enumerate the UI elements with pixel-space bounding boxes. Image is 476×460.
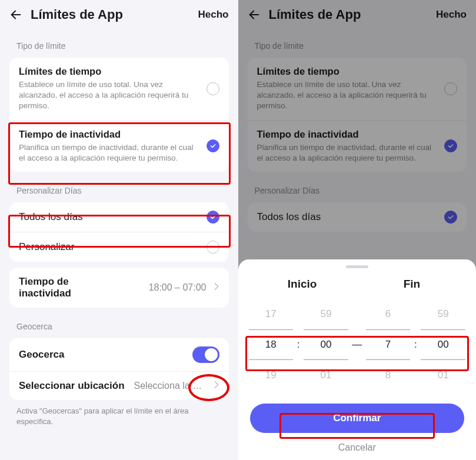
radio-checked-icon[interactable] (207, 139, 219, 152)
geofence-card: Geocerca Seleccionar ubicación Seleccion… (9, 338, 229, 400)
geofence-footnote: Activa "Geocercas" para aplicar el límit… (0, 405, 238, 434)
row-title: Geocerca (19, 349, 185, 361)
option-downtime[interactable]: Tiempo de inactividad Planifica un tiemp… (9, 120, 229, 172)
header-end: Fin (357, 278, 467, 291)
done-button[interactable]: Hecho (198, 9, 229, 21)
chevron-right-icon (214, 381, 219, 391)
picker-cell-selected: 00 (304, 329, 348, 360)
header: Límites de App Hecho (0, 0, 238, 32)
row-value: Selecciona la ubicaci… (134, 381, 207, 391)
picker-cell-selected: 18 (249, 329, 294, 360)
sheet-grabber-icon[interactable] (346, 265, 368, 268)
time-picker-sheet: Inicio Fin 17 18 19 : 59 00 01 — 6 7 8 : (238, 259, 477, 460)
option-title: Límites de tiempo (19, 66, 199, 77)
picker-col-end-hour[interactable]: 6 7 8 (366, 299, 411, 391)
picker-col-start-min[interactable]: 59 00 01 (304, 299, 348, 391)
picker-cell: 01 (421, 360, 465, 391)
picker-cell-selected: 7 (366, 329, 411, 360)
screen-right: Límites de App Hecho Tipo de límite Lími… (238, 0, 477, 460)
option-title: Tiempo de inactividad (19, 129, 199, 140)
row-downtime-time[interactable]: Tiempo de inactividad 18:00 – 07:00 (9, 268, 229, 308)
toggle-on-icon[interactable] (192, 346, 219, 363)
row-select-location[interactable]: Seleccionar ubicación Selecciona la ubic… (9, 371, 229, 400)
dash-separator: — (348, 339, 366, 351)
days-card: Todos los días Personalizar (9, 202, 229, 262)
radio-unchecked-icon[interactable] (207, 241, 219, 254)
header-start: Inicio (248, 278, 357, 291)
row-value: 18:00 – 07:00 (149, 282, 207, 293)
colon-separator: : (293, 339, 304, 351)
back-icon[interactable] (9, 8, 22, 21)
picker-col-start-hour[interactable]: 17 18 19 (249, 299, 294, 391)
picker-headers: Inicio Fin (238, 278, 477, 299)
option-title: Todos los días (19, 211, 199, 223)
section-label-geofence: Geocerca (0, 312, 238, 337)
confirm-button[interactable]: Confirmar (250, 404, 465, 433)
picker-cell: 01 (304, 360, 348, 391)
option-customize[interactable]: Personalizar (9, 232, 229, 262)
option-every-day[interactable]: Todos los días (9, 202, 229, 232)
row-title: Tiempo de inactividad (19, 276, 101, 299)
page-title: Límites de App (31, 7, 190, 22)
colon-separator: : (410, 339, 421, 351)
option-desc: Planifica un tiempo de inactividad, dura… (19, 142, 199, 164)
picker-cell: 59 (304, 299, 348, 329)
picker-cell-selected: 00 (421, 329, 465, 360)
radio-checked-icon[interactable] (207, 211, 219, 224)
chevron-right-icon (214, 282, 219, 293)
section-label-customize: Personalizar Días (0, 176, 238, 201)
picker-col-end-min[interactable]: 59 00 01 (421, 299, 465, 391)
cancel-button[interactable]: Cancelar (238, 436, 477, 455)
radio-unchecked-icon[interactable] (207, 82, 219, 95)
downtime-time-card: Tiempo de inactividad 18:00 – 07:00 (9, 268, 229, 308)
screen-left: Límites de App Hecho Tipo de límite Lími… (0, 0, 238, 460)
row-title: Seleccionar ubicación (19, 380, 125, 392)
time-picker: 17 18 19 : 59 00 01 — 6 7 8 : 59 00 01 (238, 299, 477, 391)
section-label-type: Tipo de límite (0, 32, 238, 56)
picker-cell: 19 (249, 360, 294, 391)
picker-cell: 8 (366, 360, 411, 391)
option-desc: Establece un límite de uso total. Una ve… (19, 79, 199, 112)
limit-type-card: Límites de tiempo Establece un límite de… (9, 58, 229, 172)
picker-cell: 6 (366, 299, 411, 329)
row-geofence-toggle[interactable]: Geocerca (9, 338, 229, 371)
option-title: Personalizar (19, 241, 199, 253)
option-time-limits[interactable]: Límites de tiempo Establece un límite de… (9, 58, 229, 120)
picker-cell: 59 (421, 299, 465, 329)
picker-cell: 17 (249, 299, 294, 329)
